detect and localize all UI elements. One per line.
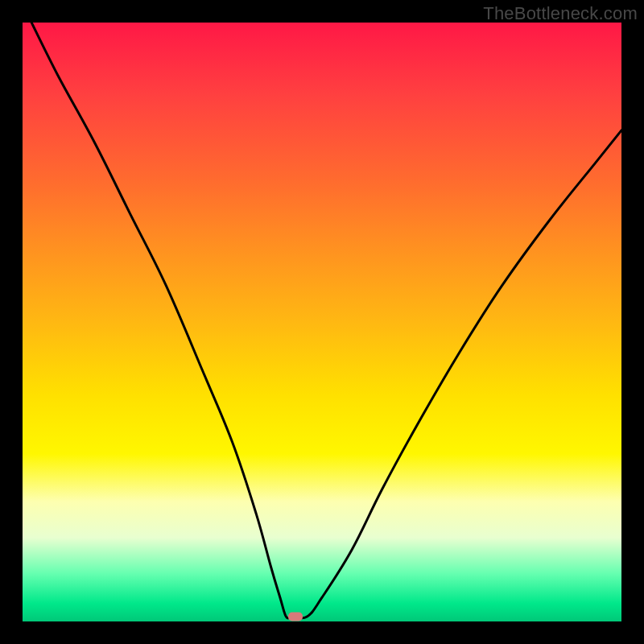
chart-frame: TheBottleneck.com bbox=[0, 0, 644, 644]
watermark-text: TheBottleneck.com bbox=[483, 3, 638, 24]
optimum-marker bbox=[288, 613, 303, 621]
bottleneck-curve bbox=[23, 23, 621, 621]
curve-path bbox=[31, 23, 621, 618]
plot-area bbox=[23, 23, 621, 621]
